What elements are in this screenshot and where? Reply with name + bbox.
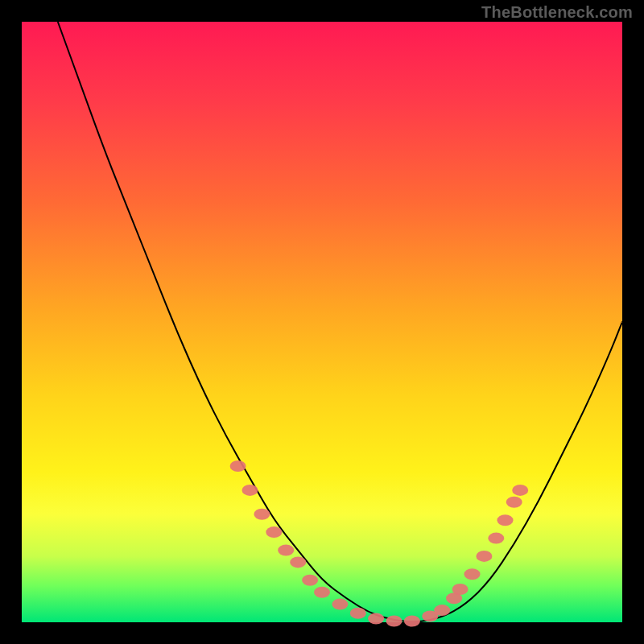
marker-point	[476, 551, 492, 562]
plot-area	[22, 22, 622, 622]
marker-point	[464, 568, 481, 580]
marker-point	[290, 556, 306, 568]
chart-stage: TheBottleneck.com	[0, 0, 644, 644]
marker-point	[278, 545, 294, 556]
marker-point	[266, 526, 282, 538]
bottleneck-curve	[58, 22, 622, 621]
marker-point	[314, 587, 330, 598]
marker-point	[404, 616, 420, 627]
marker-point	[488, 533, 504, 544]
marker-point	[434, 605, 450, 616]
marker-point	[506, 497, 522, 508]
marker-point	[368, 613, 384, 625]
marker-point	[230, 460, 246, 472]
curve-svg	[22, 22, 622, 622]
marker-point	[302, 575, 318, 586]
marker-group	[230, 460, 529, 627]
marker-point	[386, 616, 402, 627]
marker-point	[242, 485, 258, 496]
watermark-text: TheBottleneck.com	[481, 3, 633, 22]
marker-point	[452, 584, 469, 595]
marker-point	[332, 599, 348, 610]
marker-point	[512, 485, 528, 496]
marker-point	[350, 608, 366, 619]
marker-point	[254, 509, 270, 520]
marker-point	[497, 514, 514, 526]
